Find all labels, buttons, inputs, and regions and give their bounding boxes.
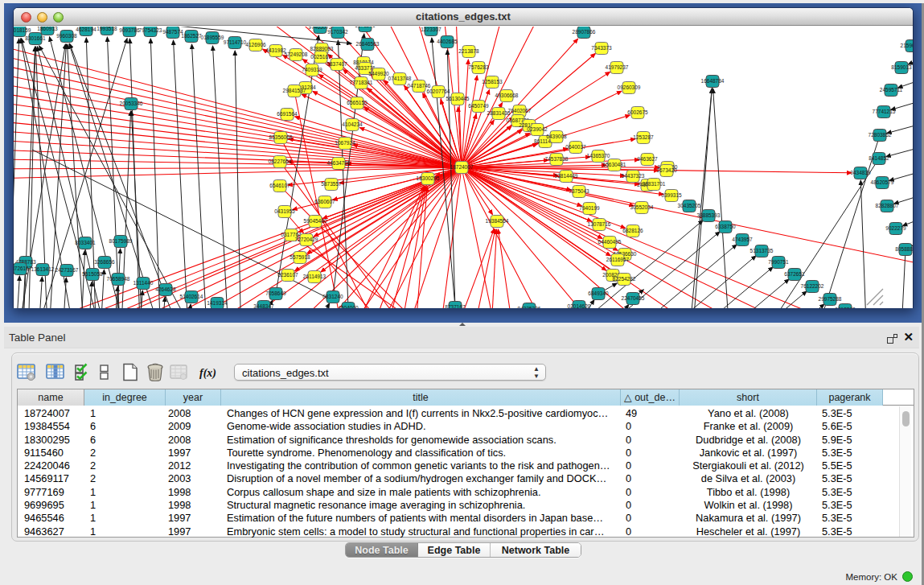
svg-text:7058649: 7058649 — [265, 290, 286, 296]
svg-text:7576283: 7576283 — [468, 64, 489, 70]
svg-text:9093786: 9093786 — [119, 27, 140, 33]
svg-text:21590109: 21590109 — [901, 43, 913, 48]
svg-text:8414852: 8414852 — [869, 155, 889, 161]
svg-text:83726167: 83726167 — [14, 266, 32, 271]
svg-text:6338750: 6338750 — [715, 224, 736, 229]
svg-text:13613412: 13613412 — [31, 266, 55, 272]
svg-text:41979237: 41979237 — [606, 64, 629, 70]
svg-text:77718341: 77718341 — [350, 80, 373, 85]
svg-text:1253287: 1253287 — [633, 134, 654, 140]
svg-text:6439008: 6439008 — [546, 134, 567, 139]
svg-text:6372651: 6372651 — [784, 271, 805, 277]
svg-text:6450749: 6450749 — [468, 103, 489, 109]
svg-text:22470455: 22470455 — [622, 295, 645, 301]
svg-text:8058887: 8058887 — [895, 246, 913, 252]
svg-text:30435205: 30435205 — [678, 203, 701, 208]
svg-text:6691564: 6691564 — [277, 111, 298, 117]
svg-text:19384554: 19384554 — [486, 218, 509, 224]
svg-text:85356068: 85356068 — [269, 134, 293, 140]
svg-text:38885393: 38885393 — [697, 212, 721, 218]
svg-text:1673420: 1673420 — [656, 167, 677, 173]
svg-text:9463627: 9463627 — [637, 156, 658, 162]
svg-text:4628194: 4628194 — [76, 27, 97, 32]
svg-text:76402067: 76402067 — [508, 108, 532, 113]
svg-text:72803852: 72803852 — [869, 132, 892, 138]
svg-text:8033401: 8033401 — [75, 240, 96, 245]
svg-text:04718746: 04718746 — [408, 83, 431, 89]
svg-text:7375043: 7375043 — [569, 188, 589, 194]
svg-text:64460495: 64460495 — [598, 239, 622, 245]
svg-text:82254282: 82254282 — [613, 276, 636, 282]
svg-text:0431955: 0431955 — [274, 208, 295, 214]
svg-text:6002675: 6002675 — [627, 109, 648, 115]
svg-text:0239042: 0239042 — [527, 126, 548, 132]
svg-text:1223307: 1223307 — [421, 27, 441, 32]
svg-text:24595711: 24595711 — [880, 87, 903, 93]
svg-text:28831436: 28831436 — [487, 110, 511, 116]
svg-text:6360607: 6360607 — [314, 199, 335, 204]
svg-text:77741215: 77741215 — [873, 109, 896, 114]
svg-text:5515058: 5515058 — [82, 271, 103, 277]
svg-text:57249208: 57249208 — [285, 51, 308, 57]
svg-text:51402614: 51402614 — [180, 294, 203, 299]
svg-text:6671276: 6671276 — [355, 27, 376, 28]
svg-text:4104234: 4104234 — [342, 122, 363, 127]
svg-text:1419314: 1419314 — [207, 300, 228, 306]
svg-text:70658948: 70658948 — [107, 276, 130, 282]
svg-text:5575918: 5575918 — [290, 254, 310, 260]
svg-text:0018263: 0018263 — [835, 307, 856, 308]
svg-text:6236107: 6236107 — [277, 272, 298, 278]
svg-text:14365370: 14365370 — [587, 153, 610, 159]
svg-text:6849340: 6849340 — [588, 290, 609, 296]
svg-text:07413748: 07413748 — [388, 76, 412, 81]
svg-text:44634786: 44634786 — [327, 160, 351, 166]
svg-text:1862527: 1862527 — [181, 33, 202, 39]
svg-text:7990751: 7990751 — [768, 259, 789, 265]
svg-text:97114710: 97114710 — [224, 39, 247, 45]
svg-text:54437323: 54437323 — [622, 173, 645, 179]
svg-text:5873557: 5873557 — [321, 181, 342, 187]
svg-text:2213878: 2213878 — [458, 48, 479, 54]
svg-text:0640037: 0640037 — [565, 144, 586, 150]
svg-text:7409319: 7409319 — [302, 67, 322, 72]
svg-text:4743957: 4743957 — [732, 237, 753, 242]
svg-text:7940199: 7940199 — [579, 205, 600, 211]
svg-text:01895559: 01895559 — [201, 35, 224, 40]
svg-text:1067924: 1067924 — [335, 140, 355, 146]
svg-text:02014620: 02014620 — [568, 303, 591, 308]
svg-text:48620579: 48620579 — [871, 179, 894, 185]
svg-text:1311440: 1311440 — [133, 280, 154, 286]
svg-text:6828126: 6828126 — [622, 228, 643, 233]
svg-text:28907866: 28907866 — [573, 29, 596, 35]
svg-text:65630481: 65630481 — [603, 162, 626, 167]
svg-text:56130445: 56130445 — [446, 96, 470, 101]
svg-text:4264628: 4264628 — [155, 286, 176, 292]
svg-text:29841537: 29841537 — [283, 88, 306, 93]
svg-text:0399315: 0399315 — [661, 192, 682, 198]
svg-text:72720429: 72720429 — [295, 237, 318, 242]
svg-text:4126906: 4126906 — [245, 42, 266, 47]
svg-text:6546107: 6546107 — [269, 183, 290, 188]
svg-text:4431982: 4431982 — [265, 47, 286, 53]
svg-text:93814449: 93814449 — [555, 173, 578, 179]
svg-text:18300295: 18300295 — [417, 175, 440, 181]
svg-text:0434839: 0434839 — [850, 170, 871, 175]
svg-text:09260309: 09260309 — [618, 84, 641, 90]
svg-text:0831240: 0831240 — [322, 294, 343, 299]
svg-text:24273167: 24273167 — [55, 267, 79, 273]
svg-text:4402685: 4402685 — [437, 39, 458, 44]
svg-text:3268656: 3268656 — [94, 259, 115, 265]
svg-text:1993518: 1993518 — [97, 27, 117, 31]
svg-text:51313735: 51313735 — [750, 248, 774, 253]
svg-text:84335326: 84335326 — [518, 306, 541, 308]
svg-text:8301661: 8301661 — [25, 35, 46, 41]
svg-text:1860913: 1860913 — [37, 27, 58, 31]
svg-text:8159013: 8159013 — [891, 64, 912, 70]
svg-text:13078716: 13078716 — [588, 221, 611, 227]
svg-text:9022279: 9022279 — [885, 225, 906, 231]
svg-text:82828807: 82828807 — [876, 203, 899, 208]
svg-text:49306668: 49306668 — [495, 93, 519, 98]
svg-text:3448347: 3448347 — [253, 303, 274, 308]
svg-text:9487574: 9487574 — [162, 29, 183, 35]
svg-text:8737167: 8737167 — [445, 304, 466, 308]
